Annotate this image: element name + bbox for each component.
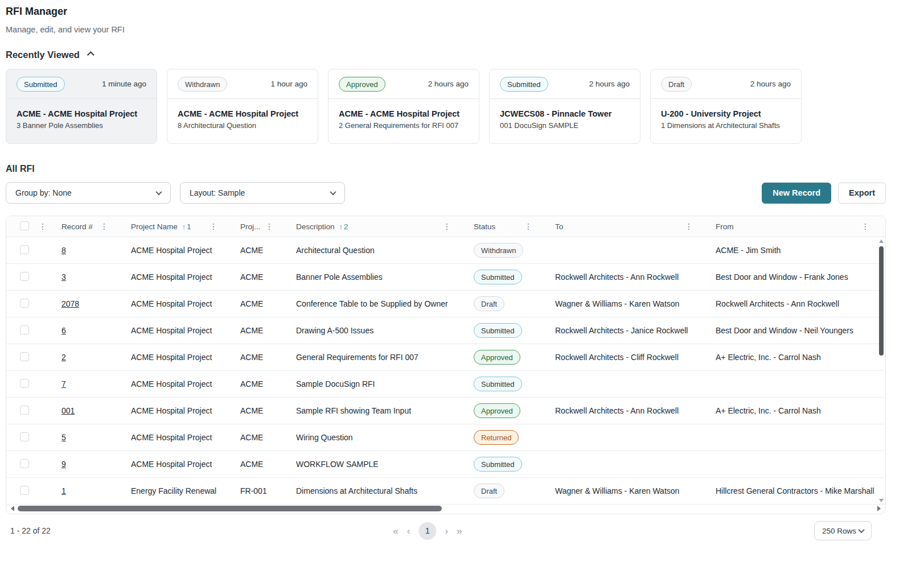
status-badge: Submitted xyxy=(17,77,65,92)
kebab-icon[interactable]: ⋮ xyxy=(39,222,47,231)
status-badge: Approved xyxy=(339,77,385,92)
table-row[interactable]: 3 ACME Hospital Project ACME Banner Pole… xyxy=(6,264,885,291)
record-link[interactable]: 6 xyxy=(61,326,66,335)
sort-indicator: ↑ 1 xyxy=(182,222,191,231)
horizontal-scrollbar[interactable] xyxy=(11,505,881,512)
row-checkbox[interactable] xyxy=(20,325,29,334)
description-cell: Dimensions at Architectural Shafts xyxy=(289,486,467,495)
row-checkbox[interactable] xyxy=(20,272,29,281)
table-row[interactable]: 1 Energy Facility Renewal FR-001 Dimensi… xyxy=(6,478,885,505)
column-header-to[interactable]: To ⋮ xyxy=(548,222,709,231)
all-rfi-heading: All RFI xyxy=(6,164,886,174)
project-cell: ACME xyxy=(233,326,289,335)
scroll-up-icon[interactable] xyxy=(879,239,884,243)
column-header-record[interactable]: Record # ⋮ xyxy=(55,222,124,231)
page-title: RFI Manager xyxy=(6,6,886,18)
recent-card[interactable]: Draft 2 hours ago U-200 - University Pro… xyxy=(650,69,802,144)
record-link[interactable]: 1 xyxy=(61,486,66,495)
previous-page-button[interactable]: ‹ xyxy=(407,526,410,536)
table-row[interactable]: 2 ACME Hospital Project ACME General Req… xyxy=(6,344,885,371)
record-link[interactable]: 9 xyxy=(61,460,66,469)
row-checkbox[interactable] xyxy=(20,406,29,415)
row-checkbox[interactable] xyxy=(20,352,29,361)
recently-viewed-heading: Recently Viewed xyxy=(6,49,80,60)
row-checkbox[interactable] xyxy=(20,299,29,308)
project-name-cell: ACME Hospital Project xyxy=(124,433,233,442)
row-checkbox[interactable] xyxy=(20,486,29,495)
current-page-button[interactable]: 1 xyxy=(419,522,437,540)
pagination: « ‹ 1 › » xyxy=(393,522,462,540)
table-row[interactable]: 9 ACME Hospital Project ACME WORKFLOW SA… xyxy=(6,451,885,478)
scroll-down-icon[interactable] xyxy=(879,499,884,502)
row-checkbox[interactable] xyxy=(20,432,29,441)
description-cell: General Requirements for RFI 007 xyxy=(289,353,467,362)
group-by-select[interactable]: Group by: None xyxy=(6,182,171,204)
vertical-scrollbar[interactable] xyxy=(878,239,884,502)
description-cell: Drawing A-500 Issues xyxy=(289,326,467,335)
vertical-scroll-thumb[interactable] xyxy=(879,246,884,356)
rows-per-page-select[interactable]: 250 Rows xyxy=(814,521,872,540)
kebab-icon[interactable]: ⋮ xyxy=(861,222,869,230)
kebab-icon[interactable]: ⋮ xyxy=(685,222,693,230)
record-link[interactable]: 7 xyxy=(61,379,66,389)
description-cell: Architectural Question xyxy=(289,246,467,255)
recent-card[interactable]: Submitted 1 minute ago ACME - ACME Hospi… xyxy=(6,69,157,144)
status-badge: Submitted xyxy=(500,77,548,92)
recent-card[interactable]: Withdrawn 1 hour ago ACME - ACME Hospita… xyxy=(167,69,318,144)
status-badge: Submitted xyxy=(474,323,522,338)
status-badge: Withdrawn xyxy=(474,243,523,258)
table-row[interactable]: 2078 ACME Hospital Project ACME Conferen… xyxy=(6,291,885,317)
scroll-right-icon[interactable] xyxy=(877,506,881,511)
next-page-button[interactable]: › xyxy=(445,526,449,536)
project-name-cell: Energy Facility Renewal xyxy=(124,486,233,495)
kebab-icon[interactable]: ⋮ xyxy=(100,222,108,230)
column-header-project[interactable]: Proj... ⋮ xyxy=(233,222,289,231)
kebab-icon[interactable]: ⋮ xyxy=(265,222,273,230)
row-checkbox[interactable] xyxy=(20,245,29,254)
table-row[interactable]: 5 ACME Hospital Project ACME Wiring Ques… xyxy=(6,424,885,451)
scroll-left-icon[interactable] xyxy=(11,506,14,511)
record-link[interactable]: 3 xyxy=(61,272,66,282)
table-row[interactable]: 6 ACME Hospital Project ACME Drawing A-5… xyxy=(6,317,885,344)
layout-select[interactable]: Layout: Sample xyxy=(180,182,345,204)
status-badge: Submitted xyxy=(474,270,522,284)
column-header-status[interactable]: Status ⋮ xyxy=(467,222,548,231)
row-checkbox[interactable] xyxy=(20,379,29,388)
record-link[interactable]: 2 xyxy=(61,353,66,362)
select-all-checkbox[interactable] xyxy=(20,221,29,230)
horizontal-scroll-thumb[interactable] xyxy=(18,506,442,511)
project-name-cell: ACME Hospital Project xyxy=(124,272,233,282)
record-link[interactable]: 8 xyxy=(61,246,66,255)
card-title: ACME - ACME Hospital Project xyxy=(17,109,146,118)
last-page-button[interactable]: » xyxy=(457,526,462,536)
chevron-down-icon xyxy=(330,189,336,195)
first-page-button[interactable]: « xyxy=(393,526,398,536)
recent-card[interactable]: Approved 2 hours ago ACME - ACME Hospita… xyxy=(328,69,479,144)
column-header-from[interactable]: From ⋮ xyxy=(709,222,885,231)
description-cell: Sample RFI showing Team Input xyxy=(289,406,467,415)
record-link[interactable]: 001 xyxy=(61,406,75,415)
kebab-icon[interactable]: ⋮ xyxy=(210,222,217,230)
record-link[interactable]: 2078 xyxy=(61,299,79,308)
card-subtitle: 2 General Requirements for RFI 007 xyxy=(339,121,469,130)
column-header-description[interactable]: Description ↑ 2 ⋮ xyxy=(289,222,467,231)
project-name-cell: ACME Hospital Project xyxy=(124,246,233,255)
table-row[interactable]: 8 ACME Hospital Project ACME Architectur… xyxy=(6,237,885,264)
sort-ascending-icon: ↑ xyxy=(182,222,186,231)
column-header-project-name[interactable]: Project Name ↑ 1 ⋮ xyxy=(124,222,233,231)
table-row[interactable]: 001 ACME Hospital Project ACME Sample RF… xyxy=(6,398,885,424)
table-row[interactable]: 7 ACME Hospital Project ACME Sample Docu… xyxy=(6,371,885,398)
kebab-icon[interactable]: ⋮ xyxy=(524,222,532,230)
chevron-up-icon[interactable] xyxy=(87,51,95,59)
row-range-text: 1 - 22 of 22 xyxy=(10,526,51,535)
project-cell: ACME xyxy=(233,406,289,415)
kebab-icon[interactable]: ⋮ xyxy=(443,222,451,230)
to-cell: Rockwell Architects - Ann Rockwell xyxy=(548,406,709,415)
recent-card[interactable]: Submitted 2 hours ago JCWECS08 - Pinnacl… xyxy=(489,69,640,144)
from-cell: Best Door and Window - Neil Youngers xyxy=(709,326,885,335)
record-link[interactable]: 5 xyxy=(61,433,66,442)
to-cell: Rockwell Architects - Cliff Rockwell xyxy=(548,353,709,362)
new-record-button[interactable]: New Record xyxy=(762,183,831,204)
export-button[interactable]: Export xyxy=(838,183,886,204)
row-checkbox[interactable] xyxy=(20,459,29,468)
